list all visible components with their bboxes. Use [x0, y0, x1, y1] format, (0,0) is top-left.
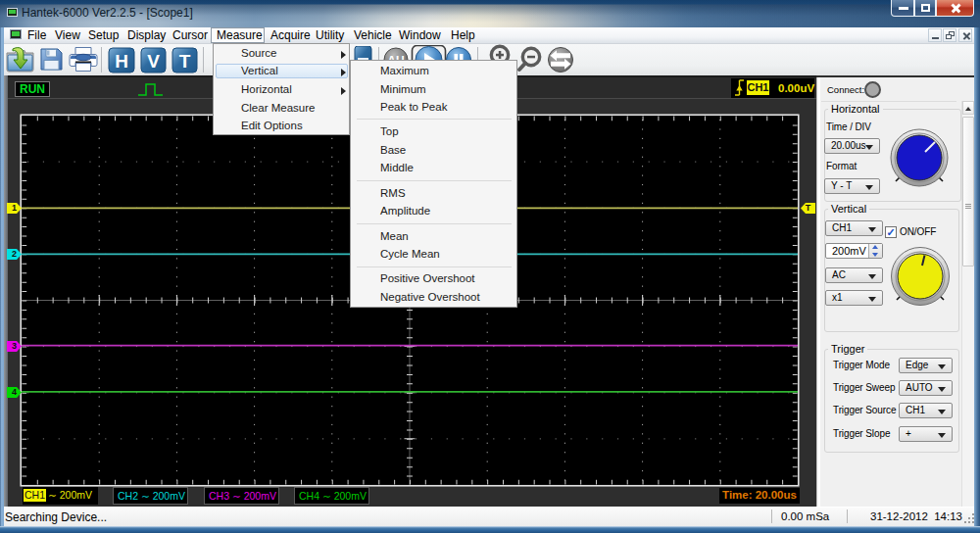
svg-text:T: T	[179, 51, 191, 72]
svg-text:V: V	[147, 51, 160, 72]
svg-text:H: H	[115, 51, 128, 72]
